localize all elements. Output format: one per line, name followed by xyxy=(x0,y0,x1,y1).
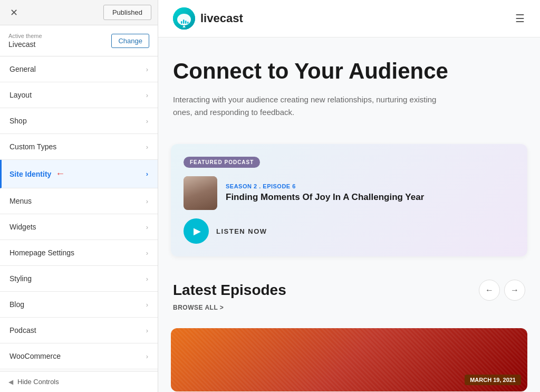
sidebar-item-label: Podcast xyxy=(9,326,36,334)
next-arrow-button[interactable]: → xyxy=(504,280,525,301)
latest-title: Latest Episodes xyxy=(173,282,286,299)
hero-subtitle: Interacting with your audience creating … xyxy=(173,93,447,119)
episode-thumb-large: MARCH 19, 2021 xyxy=(171,328,527,391)
chevron-right-icon: › xyxy=(146,327,148,334)
chevron-right-icon: › xyxy=(146,275,148,283)
sidebar-item-label: WooCommerce xyxy=(9,352,61,360)
sidebar-item-label: Menus xyxy=(9,197,32,205)
date-badge: MARCH 19, 2021 xyxy=(465,375,521,385)
sidebar-item-blog[interactable]: Blog › xyxy=(0,292,158,318)
latest-header: Latest Episodes ← → xyxy=(173,280,525,301)
sidebar-item-label: Styling xyxy=(9,274,32,283)
svg-rect-3 xyxy=(181,21,182,24)
arrow-left-icon: ◀ xyxy=(8,378,13,386)
sidebar-item-label: General xyxy=(9,65,36,73)
sidebar-item-label: Custom Types xyxy=(9,142,56,151)
chevron-right-icon: › xyxy=(146,143,148,151)
change-theme-button[interactable]: Change xyxy=(111,34,149,48)
close-button[interactable]: ✕ xyxy=(6,5,21,20)
sidebar-item-podcast[interactable]: Podcast › xyxy=(0,318,158,343)
podcast-thumb-image xyxy=(184,176,217,210)
theme-info: Active theme Livecast xyxy=(8,33,42,49)
featured-badge: FEATURED PODCAST xyxy=(184,157,260,168)
hero-section: Connect to Your Audience Interacting wit… xyxy=(158,37,540,144)
sidebar-item-custom-types[interactable]: Custom Types › xyxy=(0,134,158,160)
chevron-right-icon: › xyxy=(146,117,148,125)
nav-list: General › Layout › Shop › Custom Types ›… xyxy=(0,56,158,371)
svg-rect-5 xyxy=(185,21,187,24)
sidebar-item-site-identity[interactable]: Site Identity ← › xyxy=(0,160,158,188)
sidebar-item-menus[interactable]: Menus › xyxy=(0,188,158,214)
sidebar-item-general[interactable]: General › xyxy=(0,56,158,82)
prev-arrow-button[interactable]: ← xyxy=(479,280,500,301)
hamburger-icon[interactable]: ☰ xyxy=(515,12,525,25)
podcast-details: SEASON 2 . EPISODE 6 Finding Moments Of … xyxy=(226,183,424,203)
svg-rect-4 xyxy=(183,20,185,24)
chevron-right-icon: › xyxy=(146,249,148,257)
sidebar-item-woocommerce[interactable]: WooCommerce › xyxy=(0,343,158,369)
sidebar-item-shop[interactable]: Shop › xyxy=(0,108,158,134)
theme-section: Active theme Livecast Change xyxy=(0,25,158,56)
red-arrow-icon: ← xyxy=(55,168,65,179)
theme-name: Livecast xyxy=(8,40,42,49)
active-row: Site Identity ← xyxy=(9,168,65,179)
play-icon: ▶ xyxy=(194,225,201,237)
chevron-right-icon: › xyxy=(146,170,148,178)
theme-label: Active theme xyxy=(8,33,42,39)
featured-card: FEATURED PODCAST SEASON 2 . EPISODE 6 Fi… xyxy=(171,144,527,256)
svg-rect-6 xyxy=(187,22,189,24)
sidebar-item-label: Widgets xyxy=(9,223,36,231)
hero-title: Connect to Your Audience xyxy=(173,59,525,84)
chevron-right-icon: › xyxy=(146,65,148,73)
logo-area: livecast xyxy=(173,7,243,30)
episode-label: SEASON 2 . EPISODE 6 xyxy=(226,183,424,189)
sidebar-item-layout[interactable]: Layout › xyxy=(0,82,158,108)
podcast-info: SEASON 2 . EPISODE 6 Finding Moments Of … xyxy=(184,176,515,210)
latest-section: Latest Episodes ← → BROWSE ALL > xyxy=(158,267,540,328)
chevron-right-icon: › xyxy=(146,352,148,360)
browse-all-link[interactable]: BROWSE ALL > xyxy=(173,304,525,311)
nav-arrows: ← → xyxy=(479,280,525,301)
logo-icon xyxy=(173,7,195,30)
chevron-right-icon: › xyxy=(146,91,148,99)
top-bar: ✕ Published xyxy=(0,0,158,25)
episode-title: Finding Moments Of Joy In A Challenging … xyxy=(226,192,424,203)
sidebar-item-label: Layout xyxy=(9,91,32,99)
sidebar-item-widgets[interactable]: Widgets › xyxy=(0,214,158,240)
chevron-right-icon: › xyxy=(146,301,148,309)
sidebar-item-homepage-settings[interactable]: Homepage Settings › xyxy=(0,240,158,266)
hide-controls-bar[interactable]: ◀ Hide Controls xyxy=(0,371,158,392)
chevron-right-icon: › xyxy=(146,197,148,205)
listen-label: LISTEN NOW xyxy=(216,227,267,235)
site-header: livecast ☰ xyxy=(158,0,540,37)
right-panel: livecast ☰ Connect to Your Audience Inte… xyxy=(158,0,540,392)
chevron-right-icon: › xyxy=(146,223,148,231)
play-button[interactable]: ▶ xyxy=(184,218,209,244)
sidebar-item-label: Homepage Settings xyxy=(9,248,74,257)
hide-controls-label: Hide Controls xyxy=(17,378,59,386)
logo-text: livecast xyxy=(200,12,243,25)
sidebar-item-styling[interactable]: Styling › xyxy=(0,266,158,292)
sidebar-item-label: Site Identity xyxy=(9,170,51,178)
published-button[interactable]: Published xyxy=(103,5,151,20)
podcast-thumbnail xyxy=(184,176,217,210)
left-panel: ✕ Published Active theme Livecast Change… xyxy=(0,0,158,392)
sidebar-item-label: Shop xyxy=(9,117,27,125)
sidebar-item-label: Blog xyxy=(9,300,24,309)
listen-row: ▶ LISTEN NOW xyxy=(184,218,515,244)
